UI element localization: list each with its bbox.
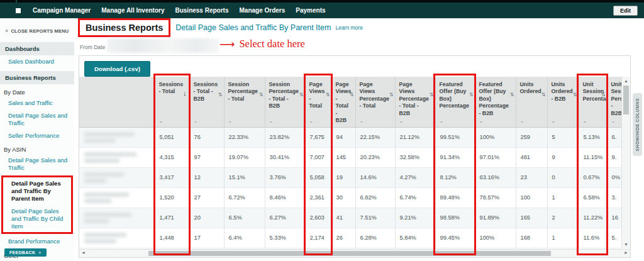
column-menu-caret-icon[interactable]: ⌄ <box>611 118 616 125</box>
scroll-right-icon[interactable]: ► <box>624 250 628 255</box>
sort-icon[interactable]: ⇅ <box>326 92 330 98</box>
page-title: Business Reports <box>86 23 163 33</box>
column-menu-caret-icon[interactable]: ⌄ <box>309 118 314 125</box>
blurred-text-line <box>84 219 109 223</box>
topnav-item[interactable]: Manage All Inventory <box>101 7 164 14</box>
column-header[interactable]: Page Views - Total - B2B⇅⌄ <box>331 77 355 127</box>
sort-icon[interactable]: ⇅ <box>430 92 434 98</box>
feedback-button[interactable]: FEEDBACK× <box>4 248 47 257</box>
cell: 2.92% <box>395 248 435 248</box>
column-menu-caret-icon[interactable]: ⌄ <box>583 118 587 125</box>
sidebar-item-link[interactable]: Detail Page Sales and Traffic <box>0 154 74 174</box>
sidebar-item-link[interactable]: Detail Page Sales and Traffic <box>0 109 74 130</box>
cell: 5.84% <box>395 228 435 248</box>
sidebar-item-link[interactable]: Detail Page Sales and Traffic By Child I… <box>3 205 71 233</box>
blurred-text-line <box>84 132 134 136</box>
sidebar-item-link[interactable]: Seller Performance <box>0 130 74 142</box>
column-menu-caret-icon[interactable]: ⌄ <box>269 118 274 125</box>
column-header[interactable]: Units Ordered⇅⌄ <box>516 77 547 127</box>
download-csv-button[interactable]: Download (.csv) <box>84 61 150 77</box>
cell: 168 <box>516 228 547 248</box>
column-menu-caret-icon[interactable]: ⌄ <box>336 118 340 125</box>
cell: 5 <box>547 127 579 147</box>
sort-icon[interactable]: ⇅ <box>299 92 304 98</box>
sidebar-item-link[interactable]: Sales Dashboard <box>0 55 74 68</box>
close-reports-menu-button[interactable]: ×CLOSE REPORTS MENU <box>0 18 74 39</box>
column-header[interactable]: Units Ordered - B2B⇅⌄ <box>547 77 579 127</box>
column-header[interactable]: Session Percentage - Total⇅⌄ <box>224 77 265 127</box>
cell: 39 <box>516 248 547 248</box>
cell: 5,051 <box>155 127 189 147</box>
sort-icon[interactable]: ⇅ <box>510 92 514 98</box>
cell: 6.74% <box>395 187 435 208</box>
scroll-left-icon[interactable]: ◄ <box>81 250 86 255</box>
column-menu-caret-icon[interactable]: ⌄ <box>479 118 484 125</box>
column-header[interactable]: Sessions - Total↓⌄ <box>155 77 189 127</box>
sidebar-item-link_active[interactable]: Detail Page Sales and Traffic By Parent … <box>3 177 71 205</box>
sidebar-item-link[interactable]: Brand Performance <box>0 235 74 248</box>
column-header[interactable]: Page Views Percentage - Total - B2B⇅⌄ <box>395 77 435 127</box>
column-header[interactable]: Featured Offer (Buy Box) Percentage⇅⌄ <box>435 77 475 127</box>
column-menu-caret-icon[interactable]: ⌄ <box>228 118 233 125</box>
sort-descending-icon[interactable]: ↓ <box>183 89 187 97</box>
cell: 3. <box>607 187 622 208</box>
column-header[interactable]: Sessions - Total - B2B⇅⌄ <box>189 77 224 127</box>
blurred-text-line <box>84 192 129 197</box>
sidebar-item-link[interactable]: Sales and Traffic <box>0 97 74 109</box>
topnav-item[interactable]: Campaign Manager <box>33 7 91 14</box>
column-header[interactable]: Page Views - Total⇅⌄ <box>305 77 331 127</box>
cell: 12 <box>189 167 224 187</box>
product-cell-blurred <box>79 228 155 248</box>
column-menu-caret-icon[interactable]: ⌄ <box>194 118 198 125</box>
column-menu-caret-icon[interactable]: ⌄ <box>440 118 444 125</box>
sort-icon[interactable]: ⇅ <box>601 92 606 98</box>
topnav-items: Campaign ManagerManage All InventoryBusi… <box>33 7 336 14</box>
horizontal-scrollbar-thumb[interactable] <box>148 251 551 256</box>
sort-icon[interactable]: ⇅ <box>350 92 354 98</box>
sort-icon[interactable]: ⇅ <box>469 92 474 98</box>
sort-icon[interactable]: ⇅ <box>259 92 264 98</box>
column-header[interactable]: Page Views Percentage - Total⇅⌄ <box>355 77 395 127</box>
cell: 6.27% <box>265 208 305 228</box>
topnav-item[interactable]: Payments <box>296 7 325 14</box>
column-header[interactable]: Unit Session Percentage - B2B⇅⌄ <box>607 77 622 127</box>
sort-icon[interactable]: ⇅ <box>218 92 223 98</box>
sort-icon[interactable]: ⇅ <box>541 92 546 98</box>
cell: 3.13% <box>265 248 305 248</box>
table-row: 1,448176.4%5.33%2,174266.28%5.84%99.45%1… <box>79 228 622 248</box>
vertical-scrollbar[interactable]: ▲ ▼ <box>621 77 630 248</box>
column-header[interactable]: Session Percentage - Total - B2B⇅⌄ <box>265 77 305 127</box>
column-menu-caret-icon[interactable]: ⌄ <box>399 118 404 125</box>
column-menu-caret-icon[interactable]: ⌄ <box>520 118 525 125</box>
topnav-item[interactable]: Business Reports <box>175 7 228 14</box>
scroll-down-icon[interactable]: ▼ <box>622 242 630 247</box>
from-date-field-blurred[interactable] <box>107 38 219 53</box>
cell: 91.34% <box>435 147 475 167</box>
cell: 17 <box>189 228 224 248</box>
cell: 6.28% <box>355 228 395 248</box>
show-hide-columns-tab[interactable]: SHOW/HIDE COLUMNS <box>633 93 642 156</box>
column-header[interactable]: Featured Offer (Buy Box) Percentage - B2… <box>475 77 516 127</box>
learn-more-link[interactable]: Learn more <box>335 25 362 31</box>
sort-icon[interactable]: ⇅ <box>573 92 577 98</box>
cell: 78.57% <box>475 187 516 208</box>
product-cell-blurred <box>79 127 155 147</box>
column-menu-caret-icon[interactable]: ⌄ <box>360 118 364 125</box>
horizontal-scrollbar[interactable]: ◄ ► <box>79 249 630 257</box>
column-menu-caret-icon[interactable]: ⌄ <box>159 118 164 125</box>
feedback-close-icon[interactable]: × <box>38 250 41 255</box>
column-header-label: Units Ordered <box>520 81 541 94</box>
cell: 165 <box>516 208 547 228</box>
edit-button[interactable]: Edit <box>613 6 638 16</box>
sidebar-nav: DashboardsSales DashboardBusiness Report… <box>0 42 74 261</box>
column-menu-caret-icon[interactable]: ⌄ <box>552 118 556 125</box>
sort-icon[interactable]: ⇅ <box>389 92 394 98</box>
column-header[interactable]: Unit Session Percentage⇅⌄ <box>579 77 607 127</box>
cell: 0.67% <box>579 167 607 187</box>
topnav-item[interactable]: Manage Orders <box>240 7 286 14</box>
vertical-scrollbar-thumb[interactable] <box>623 86 629 114</box>
cell: 481 <box>516 147 547 167</box>
cell: 11.22% <box>579 208 607 228</box>
scroll-up-icon[interactable]: ▲ <box>622 79 630 83</box>
report-panel: Download (.csv) Sessions - Total↓⌄Sessio… <box>79 55 631 258</box>
